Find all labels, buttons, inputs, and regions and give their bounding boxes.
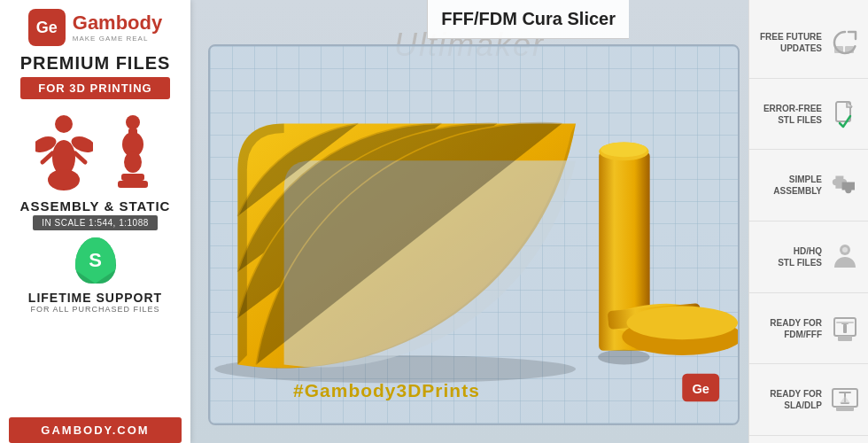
sla-printer-icon bbox=[831, 385, 859, 414]
svg-text:#Gambody3DPrints: #Gambody3DPrints bbox=[293, 380, 480, 400]
gambody-logo-icon: Ge bbox=[28, 9, 66, 46]
feature-icon-updates bbox=[829, 27, 861, 58]
brand-tagline: MAKE GAME REAL bbox=[73, 35, 162, 43]
feature-text-sla: READY FORSLA/DLP bbox=[760, 388, 822, 411]
for-3d-printing-badge: FOR 3D PRINTING bbox=[20, 77, 169, 99]
shield-icon: S bbox=[75, 237, 116, 284]
svg-marker-38 bbox=[840, 396, 850, 403]
svg-rect-33 bbox=[843, 324, 847, 333]
feature-label-fdm: READY FORFDM/FFF bbox=[760, 317, 822, 340]
logo-area: Ge Gambody MAKE GAME REAL bbox=[28, 9, 162, 46]
svg-text:Ge: Ge bbox=[692, 382, 709, 396]
scale-badge: IN SCALE 1:544, 1:1088 bbox=[33, 215, 158, 230]
brand-name: Gambody bbox=[73, 12, 162, 34]
svg-rect-34 bbox=[836, 322, 854, 323]
svg-rect-12 bbox=[118, 181, 148, 188]
puzzle-icon bbox=[831, 171, 859, 199]
purchased-files-label: FOR ALL PURCHASED FILES bbox=[30, 305, 159, 314]
svg-point-22 bbox=[627, 307, 738, 340]
chess-svg bbox=[111, 113, 155, 193]
feature-label-updates: FREE FUTUREUPDATES bbox=[760, 31, 822, 54]
svg-rect-26 bbox=[845, 46, 854, 53]
angel-svg bbox=[35, 113, 93, 193]
fdm-printer-icon bbox=[831, 315, 859, 343]
feature-label-assembly: SIMPLEASSEMBLY bbox=[760, 174, 822, 197]
shield-letter: S bbox=[89, 249, 102, 272]
svg-rect-25 bbox=[834, 46, 843, 53]
feature-icon-hd-hq bbox=[829, 241, 861, 273]
print-bed: #Gambody3DPrints Ge bbox=[208, 44, 740, 425]
gambody-com-badge[interactable]: GAMBODY.COM bbox=[9, 417, 182, 443]
feature-text-updates: FREE FUTUREUPDATES bbox=[760, 31, 822, 54]
feature-icon-sla bbox=[829, 384, 861, 416]
feature-icon-fdm bbox=[829, 313, 861, 345]
svg-rect-31 bbox=[838, 336, 852, 341]
feature-hd-hq: HD/HQSTL FILES bbox=[749, 222, 868, 293]
brand-text: Gambody MAKE GAME REAL bbox=[73, 12, 162, 42]
feature-fdm: READY FORFDM/FFF bbox=[749, 293, 868, 365]
right-sidebar: FREE FUTUREUPDATES ERROR-FREESTL FILES bbox=[748, 0, 868, 443]
chess-figure bbox=[111, 113, 155, 193]
main-container: Ge Gambody MAKE GAME REAL PREMIUM FILES … bbox=[0, 0, 868, 443]
feature-icon-error-free bbox=[829, 98, 861, 130]
feature-text-hd-hq: HD/HQSTL FILES bbox=[760, 245, 822, 268]
3d-parts-svg: #Gambody3DPrints Ge bbox=[210, 46, 738, 424]
person-detail-icon bbox=[831, 243, 859, 271]
svg-point-29 bbox=[842, 247, 848, 253]
document-check-icon bbox=[831, 100, 859, 128]
svg-point-18 bbox=[598, 350, 650, 365]
svg-line-6 bbox=[75, 153, 85, 162]
refresh-icon bbox=[831, 28, 859, 57]
feature-text-fdm: READY FORFDM/FFF bbox=[760, 317, 822, 340]
svg-point-7 bbox=[126, 115, 140, 129]
left-sidebar: Ge Gambody MAKE GAME REAL PREMIUM FILES … bbox=[0, 0, 190, 443]
svg-point-4 bbox=[48, 169, 80, 190]
feature-label-sla: READY FORSLA/DLP bbox=[760, 388, 822, 411]
feature-assembly: SIMPLEASSEMBLY bbox=[749, 150, 868, 222]
feature-icon-assembly bbox=[829, 169, 861, 201]
feature-free-updates: FREE FUTUREUPDATES bbox=[749, 7, 868, 79]
feature-label-hd-hq: HD/HQSTL FILES bbox=[760, 245, 822, 268]
svg-rect-11 bbox=[121, 174, 144, 181]
shield-area: S bbox=[75, 237, 116, 287]
feature-sla: READY FORSLA/DLP bbox=[749, 364, 868, 436]
premium-files-label: PREMIUM FILES bbox=[20, 53, 171, 74]
viewer-title: FFF/FDM Cura Slicer bbox=[427, 0, 629, 39]
svg-point-0 bbox=[55, 115, 73, 133]
feature-text-assembly: SIMPLEASSEMBLY bbox=[760, 174, 822, 197]
svg-line-5 bbox=[43, 153, 52, 162]
svg-rect-36 bbox=[836, 407, 854, 411]
feature-error-free: ERROR-FREESTL FILES bbox=[749, 79, 868, 151]
lifetime-support-label: LIFETIME SUPPORT bbox=[28, 291, 162, 305]
assembly-label: ASSEMBLY & STATIC bbox=[20, 198, 171, 214]
feature-label-error-free: ERROR-FREESTL FILES bbox=[760, 103, 822, 126]
figures-area bbox=[16, 105, 175, 193]
center-area: Ultimaker bbox=[190, 0, 748, 443]
logo-text: Ge bbox=[36, 19, 58, 37]
feature-text-error-free: ERROR-FREESTL FILES bbox=[760, 103, 822, 126]
angel-figure bbox=[35, 113, 93, 193]
svg-point-17 bbox=[601, 142, 647, 157]
svg-point-10 bbox=[124, 152, 142, 173]
